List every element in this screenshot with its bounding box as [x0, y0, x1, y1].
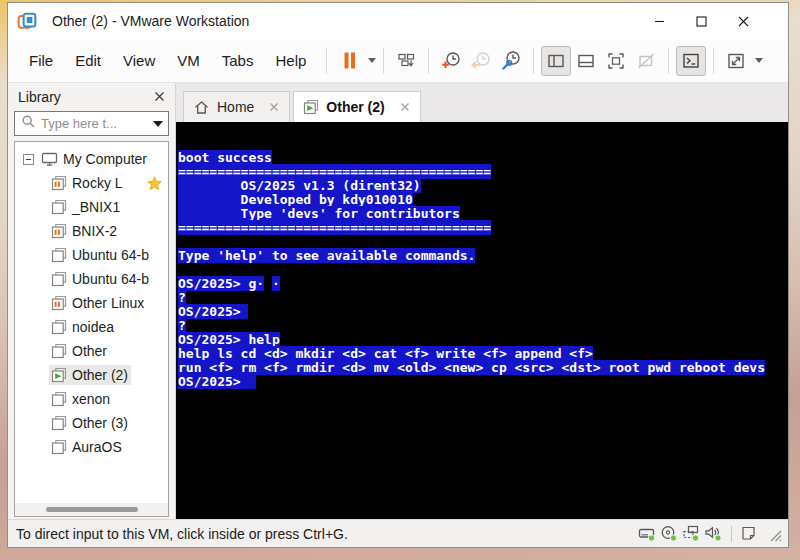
console-line: OS/2025>	[178, 375, 788, 389]
tree-item-rocky-l[interactable]: Rocky L	[15, 171, 168, 195]
collapse-icon[interactable]	[23, 154, 34, 165]
tree-item-other[interactable]: Other	[15, 339, 168, 363]
menu-view[interactable]: View	[112, 46, 166, 75]
tree-item-label: AuraOS	[72, 439, 122, 455]
tree-item-label: My Computer	[63, 151, 147, 167]
tree-horizontal-scrollbar[interactable]	[15, 503, 168, 516]
console-view-button[interactable]	[676, 46, 706, 76]
vm-console-screen[interactable]: boot success============================…	[176, 122, 788, 519]
hard-disk-icon[interactable]	[638, 525, 657, 542]
search-dropdown-icon[interactable]	[153, 121, 163, 127]
menubar: FileEditViewVMTabsHelp	[8, 39, 788, 83]
tree-item-ubuntu-64-b[interactable]: Ubuntu 64-b	[15, 243, 168, 267]
fullscreen-button[interactable]	[601, 46, 631, 76]
tab-home[interactable]: Home	[183, 91, 290, 122]
console-line: Type 'help' to see available commands.	[178, 249, 788, 263]
minimize-button[interactable]	[638, 4, 680, 38]
vm-off-icon	[51, 199, 67, 215]
scrollbar-thumb[interactable]	[46, 507, 138, 512]
tree-item-other-linux[interactable]: Other Linux	[15, 291, 168, 315]
show-library-button[interactable]	[541, 46, 571, 76]
library-close-icon[interactable]	[153, 90, 166, 103]
tree-item-my-computer[interactable]: My Computer	[15, 147, 168, 171]
unity-button[interactable]	[631, 46, 661, 76]
console-line: run <f> rm <f> rmdir <d> mv <old> <new> …	[178, 361, 788, 375]
tree-item-other-2[interactable]: Other (2)	[15, 363, 168, 387]
tree-item-label: BNIX-2	[72, 223, 117, 239]
vm-off-icon	[51, 343, 67, 359]
toolbar-separator	[383, 48, 384, 74]
vmware-logo-icon	[17, 11, 37, 31]
tree-item-noidea[interactable]: noidea	[15, 315, 168, 339]
library-title: Library	[18, 89, 61, 105]
search-placeholder: Type here t...	[41, 116, 151, 131]
vm-paused-icon	[51, 223, 67, 239]
tree-item-xenon[interactable]: xenon	[15, 387, 168, 411]
network-adapter-icon[interactable]	[682, 525, 701, 542]
vm-off-icon	[51, 391, 67, 407]
library-header: Library	[8, 83, 175, 110]
toolbar-separator	[428, 48, 429, 74]
toolbar-separator	[326, 48, 327, 74]
tree-item-label: Ubuntu 64-b	[72, 247, 149, 263]
tree-item-bnix1[interactable]: _BNIX1	[15, 195, 168, 219]
favorite-star-icon[interactable]	[147, 176, 162, 191]
tree-item-label: Ubuntu 64-b	[72, 271, 149, 287]
resize-grip-icon[interactable]	[766, 526, 782, 542]
console-line	[178, 235, 788, 249]
vm-off-icon	[51, 415, 67, 431]
vm-running-icon	[303, 99, 319, 115]
toolbar	[319, 46, 763, 76]
console-line: help ls cd <d> mkdir <d> cat <f> write <…	[178, 347, 788, 361]
statusbar: To direct input to this VM, click inside…	[8, 519, 788, 547]
tree-item-ubuntu-64-b[interactable]: Ubuntu 64-b	[15, 267, 168, 291]
vm-off-icon	[51, 271, 67, 287]
menu-edit[interactable]: Edit	[64, 46, 112, 75]
console-line	[178, 263, 788, 277]
console-line: OS/2025> g· ·	[178, 277, 788, 291]
main-content: Library Type here t... My ComputerRocky …	[8, 83, 788, 519]
vm-paused-icon	[51, 295, 67, 311]
cd-dvd-icon[interactable]	[660, 525, 679, 542]
take-snapshot-button[interactable]	[436, 46, 466, 76]
search-input[interactable]: Type here t...	[14, 111, 169, 136]
tree-item-label: Other	[72, 343, 107, 359]
sound-icon[interactable]	[704, 525, 723, 542]
tab-label: Home	[217, 99, 254, 115]
menu-file[interactable]: File	[18, 46, 64, 75]
tree-item-label: Other (3)	[72, 415, 128, 431]
tree-item-auraos[interactable]: AuraOS	[15, 435, 168, 459]
tree-item-label: Other Linux	[72, 295, 144, 311]
status-device-icons	[638, 525, 782, 542]
vm-off-icon	[51, 439, 67, 455]
suspend-button[interactable]	[334, 46, 364, 76]
titlebar[interactable]: Other (2) - VMware Workstation	[8, 3, 788, 39]
tree-item-bnix-2[interactable]: BNIX-2	[15, 219, 168, 243]
snapshot-manager-button[interactable]	[496, 46, 526, 76]
message-log-icon[interactable]	[740, 525, 757, 542]
close-button[interactable]	[722, 4, 764, 38]
console-line: ========================================	[178, 165, 788, 179]
search-icon	[21, 114, 36, 133]
tree-item-label: _BNIX1	[72, 199, 120, 215]
ctrl-alt-del-button[interactable]	[391, 46, 421, 76]
menu-tabs[interactable]: Tabs	[211, 46, 265, 75]
tree-item-other-3[interactable]: Other (3)	[15, 411, 168, 435]
stretch-button[interactable]	[721, 46, 751, 76]
console-line: OS/2025> help	[178, 333, 788, 347]
revert-snapshot-button[interactable]	[466, 46, 496, 76]
window-controls	[638, 4, 764, 38]
show-thumbnails-button[interactable]	[571, 46, 601, 76]
menu-help[interactable]: Help	[264, 46, 317, 75]
toolbar-separator	[668, 48, 669, 74]
tab-other-2[interactable]: Other (2)	[293, 91, 420, 122]
tree-item-label: noidea	[72, 319, 114, 335]
suspend-dropdown-icon[interactable]	[368, 58, 376, 63]
vmware-window: Other (2) - VMware Workstation FileEditV…	[7, 2, 789, 548]
vm-paused-icon	[51, 175, 67, 191]
tab-close-icon[interactable]	[268, 101, 280, 113]
maximize-button[interactable]	[680, 4, 722, 38]
stretch-dropdown-icon[interactable]	[755, 58, 763, 63]
tab-close-icon[interactable]	[399, 101, 411, 113]
menu-vm[interactable]: VM	[166, 46, 211, 75]
